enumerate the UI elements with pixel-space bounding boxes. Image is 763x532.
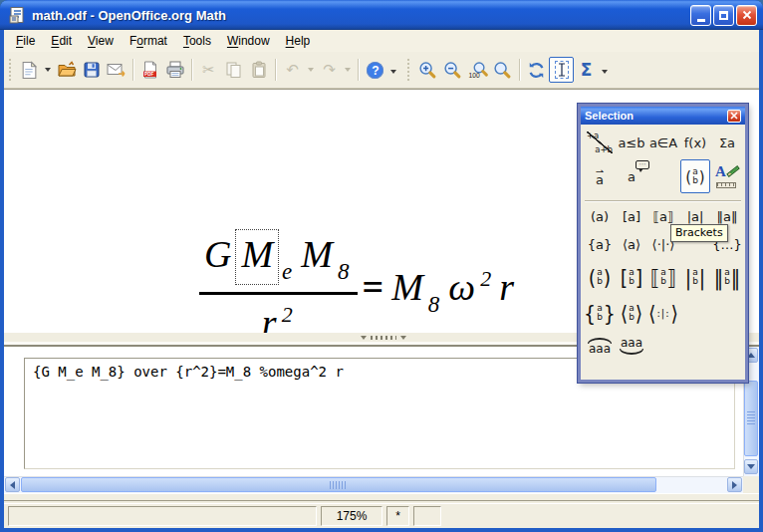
palette-category-relations[interactable]: a≤b [616, 129, 647, 156]
save-button[interactable] [79, 57, 104, 83]
bracket-item[interactable]: (a) [584, 203, 616, 229]
bracket-item-scalable[interactable]: ⟨ab⟩ [616, 295, 647, 331]
menu-view[interactable]: View [80, 31, 122, 51]
palette-category-row-2: ⇀aa⋯(ab)A [584, 158, 742, 194]
new-document-button[interactable] [17, 57, 42, 83]
vertical-scroll-thumb[interactable] [744, 381, 758, 456]
new-document-icon [20, 61, 39, 80]
formula-numerator: GMeM8 [201, 229, 355, 285]
toolbar-separator [358, 59, 359, 81]
others-icon: a⋯ [628, 169, 636, 184]
menu-tools[interactable]: Tools [175, 31, 219, 51]
toolbar-overflow[interactable] [599, 59, 611, 85]
bracket-item[interactable]: [a] [616, 203, 647, 229]
email-button[interactable] [104, 57, 128, 83]
palette-category-operators[interactable]: Σa [711, 129, 743, 156]
arrow-down-icon [747, 464, 755, 469]
chevron-down-icon [390, 70, 396, 74]
bracket-item-scalable[interactable]: {ab} [584, 295, 616, 331]
help-button[interactable]: ? [363, 57, 387, 83]
redo-icon: ↷ [323, 61, 336, 79]
splitter-grip-icon [361, 336, 406, 340]
palette-category-brackets[interactable]: (ab) [679, 158, 711, 194]
paste-button [246, 57, 271, 83]
toolbar-grip[interactable] [9, 59, 14, 81]
open-button[interactable] [54, 57, 79, 83]
bracket-row-3: (ab)[ab]⟦ab⟧|ab|‖ab‖ [584, 259, 742, 295]
palette-category-unary-binary-operators[interactable]: +aa+b [584, 129, 616, 156]
formula-token: 8 [338, 259, 350, 285]
print-button[interactable] [162, 57, 187, 83]
brackets-tooltip: Brackets [670, 224, 728, 242]
cut-button: ✂ [196, 57, 221, 83]
scroll-right-button[interactable] [727, 477, 742, 492]
arrow-left-icon [10, 481, 15, 489]
title-bar[interactable]: math.odf - OpenOffice.org Math [0, 0, 763, 30]
zoom-out-icon [443, 61, 462, 80]
menu-window[interactable]: Window [219, 31, 278, 51]
palette-category-attributes[interactable]: ⇀a [584, 158, 616, 194]
undo-button: ↶ [280, 57, 305, 83]
close-button[interactable] [736, 5, 757, 26]
zoom-in-button[interactable] [415, 57, 440, 83]
menu-edit[interactable]: Edit [43, 31, 80, 51]
zoom-out-button[interactable] [440, 57, 465, 83]
new-document-dropdown[interactable] [42, 57, 54, 83]
zoom-button[interactable] [490, 57, 515, 83]
refresh-icon [527, 61, 546, 80]
horizontal-scrollbar[interactable] [4, 476, 743, 493]
export-pdf-button[interactable]: PDF [137, 57, 162, 83]
relations-icon: a≤b [618, 135, 644, 150]
bracket-item-scalable[interactable]: ‖ab‖ [711, 259, 743, 295]
bracket-item[interactable]: ⟨a⟩ [616, 229, 647, 259]
update-view-button[interactable] [524, 57, 549, 83]
minimize-button[interactable] [690, 5, 711, 26]
zoom-100-button[interactable]: 100 [465, 57, 490, 83]
brackets-category-selected[interactable]: (ab) [680, 159, 710, 193]
zoom-icon [493, 61, 512, 80]
status-zoom[interactable]: 175% [321, 506, 382, 526]
chevron-down-icon [308, 68, 314, 72]
zoom-100-icon: 100 [468, 61, 488, 80]
scroll-down-button[interactable] [744, 459, 758, 474]
menu-file[interactable]: File [8, 31, 43, 51]
toolbar-overflow[interactable] [387, 59, 399, 85]
menu-help[interactable]: Help [278, 31, 319, 51]
close-icon [742, 10, 752, 20]
palette-category-others[interactable]: a⋯ [616, 158, 647, 194]
formula-cursor-button[interactable] [549, 57, 574, 83]
maximize-button[interactable] [713, 5, 734, 26]
scroll-left-button[interactable] [5, 477, 20, 492]
unary-binary-icon: +aa+b [587, 132, 613, 153]
status-panel-extra [413, 506, 441, 526]
palette-category-functions[interactable]: f(x) [679, 129, 711, 156]
palette-category-set-operations[interactable]: a∈A [647, 129, 679, 156]
menu-format[interactable]: Format [122, 31, 175, 51]
bracket-row-4: {ab}⟨ab⟩⟨:|:⟩ [584, 295, 742, 331]
formula-token: G [204, 232, 231, 276]
bracket-item-scalable[interactable]: [ab] [616, 259, 647, 295]
zoom-in-icon [418, 61, 437, 80]
formats-icon: A [714, 163, 740, 189]
bracket-item-scalable[interactable]: (ab) [584, 259, 616, 295]
bracket-item[interactable]: {a} [584, 229, 616, 259]
bracket-item-overbrace[interactable]: aaa [584, 331, 616, 361]
bracket-item-scalable[interactable]: |ab| [679, 259, 711, 295]
formula-token: 8 [428, 292, 440, 318]
minimize-icon [697, 19, 705, 22]
bracket-item-underbrace[interactable]: aaa [616, 331, 647, 361]
formula-cursor-icon [555, 61, 569, 79]
bracket-item-scalable[interactable]: ⟦ab⟧ [647, 259, 679, 295]
formula-token: M [391, 265, 423, 309]
bracket-item-scalable[interactable]: ⟨:|:⟩ [647, 295, 679, 331]
copy-button [221, 57, 246, 83]
toolbar-separator [275, 59, 276, 81]
palette-close-button[interactable] [727, 110, 741, 123]
toolbar-grip[interactable] [407, 59, 412, 81]
palette-title-bar[interactable]: Selection [581, 107, 745, 125]
symbols-button[interactable]: Σ [574, 57, 599, 83]
app-window: math.odf - OpenOffice.org Math FileEditV… [0, 0, 763, 532]
horizontal-scroll-thumb[interactable] [21, 477, 656, 492]
app-icon [8, 6, 26, 24]
palette-category-formats[interactable]: A [711, 158, 743, 194]
